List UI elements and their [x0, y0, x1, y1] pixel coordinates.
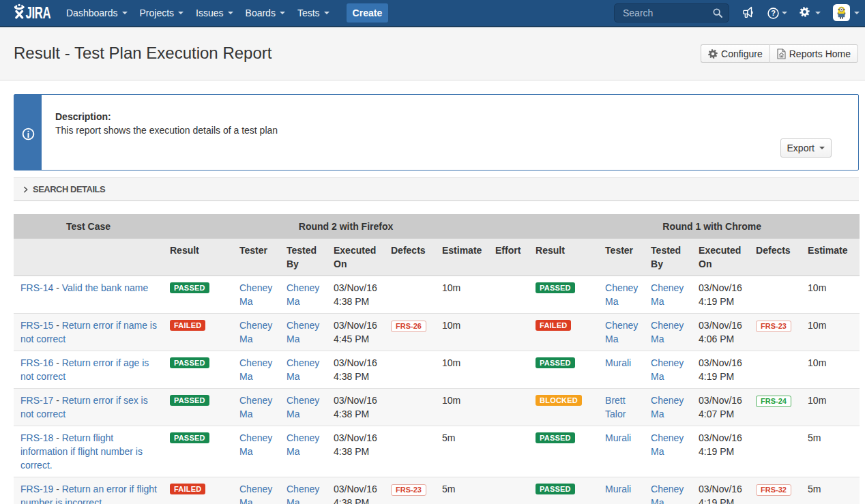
svg-text:?: ?: [771, 9, 776, 17]
svg-text:JIRA: JIRA: [26, 4, 51, 21]
